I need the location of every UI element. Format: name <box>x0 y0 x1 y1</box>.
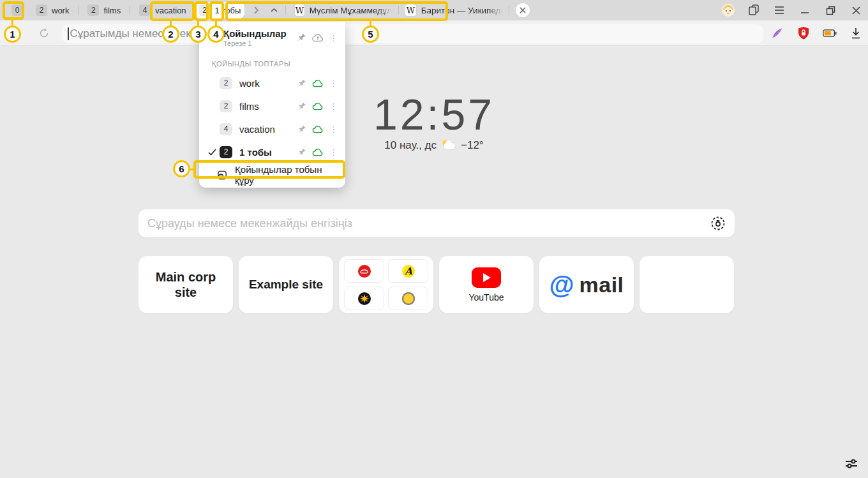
tile-example-site[interactable]: Example site <box>239 256 333 313</box>
tab-count-badge: 2 <box>199 4 211 16</box>
avatar-icon <box>721 3 735 17</box>
letter-a-icon: A <box>401 264 415 278</box>
search-bar[interactable] <box>138 209 735 237</box>
clock: 12:57 <box>0 89 868 139</box>
wikipedia-favicon: W <box>295 4 304 16</box>
tab-list-dropdown-button[interactable] <box>267 2 280 19</box>
annotation-circle-1: 1 <box>4 26 21 43</box>
kebab-menu-icon[interactable]: ⋮ <box>329 125 338 133</box>
kebab-menu-icon[interactable]: ⋮ <box>329 102 338 110</box>
annotation-circle-5: 5 <box>362 26 379 43</box>
tab-title: Мүслім Мұхаммедұлы Ма <box>310 6 393 15</box>
tab-group-label: 1 тобы <box>215 6 241 15</box>
dropdown-title: Қойындылар <box>223 28 297 39</box>
restore-button[interactable] <box>823 3 837 17</box>
background-settings-button[interactable] <box>844 456 859 472</box>
tab-bar: 0 2 work 2 films 4 vacation 2 1 тобы W <box>0 0 868 20</box>
annotation-circle-2: 2 <box>162 26 179 43</box>
cloud-sync-icon[interactable] <box>312 148 324 156</box>
tune-sliders-icon <box>844 457 858 471</box>
cloud-sync-icon[interactable] <box>312 102 324 110</box>
pin-icon[interactable] <box>297 33 306 42</box>
kebab-menu-icon[interactable]: ⋮ <box>329 148 338 156</box>
youtube-play-icon <box>472 267 501 288</box>
svg-text:A: A <box>404 265 413 277</box>
image-search-camera-icon[interactable] <box>710 216 726 231</box>
cloud-sync-icon[interactable] <box>312 79 324 87</box>
downloads-button[interactable] <box>849 26 863 40</box>
dropdown-group-work[interactable]: 2 work ⋮ <box>199 71 345 94</box>
close-window-button[interactable] <box>849 3 863 17</box>
divider <box>78 6 79 15</box>
checkmark-icon <box>208 149 220 156</box>
tab-count-badge: 2 <box>87 4 99 16</box>
close-tab-button[interactable] <box>516 3 530 17</box>
weather-widget[interactable]: 10 нау., дс −12° <box>0 139 868 152</box>
tile-mail[interactable]: @ mail <box>539 256 634 313</box>
minimize-button[interactable] <box>798 3 812 17</box>
create-tab-group-button[interactable]: Қойындылар тобын құру <box>199 165 345 185</box>
divider <box>509 6 509 15</box>
sun-cloud-icon <box>441 140 456 151</box>
search-input[interactable] <box>147 217 710 230</box>
profile-avatar[interactable] <box>721 3 735 17</box>
kinopoisk-shortcut[interactable] <box>344 287 384 310</box>
tab-count-badge: 4 <box>139 4 151 16</box>
tab-groups-scroll-button[interactable] <box>250 2 262 19</box>
tab-count-badge: 0 <box>11 4 23 16</box>
pin-icon[interactable] <box>298 79 306 87</box>
yellow-circle-icon <box>401 292 415 306</box>
tile-favorites-group[interactable]: A <box>339 256 433 313</box>
browser-controls <box>721 0 863 20</box>
download-icon <box>851 27 861 39</box>
pin-icon[interactable] <box>298 125 306 133</box>
protect-shield-button[interactable] <box>797 26 811 40</box>
tile-main-corp-site[interactable]: Main corp site <box>138 256 233 313</box>
dropdown-subtitle: Терезе 1 <box>223 40 297 47</box>
battery-icon <box>823 29 837 38</box>
kebab-menu-icon[interactable]: ⋮ <box>329 34 338 42</box>
tab-group-chip-films[interactable]: 2 films <box>84 2 124 19</box>
new-group-icon <box>217 170 227 181</box>
menu-button[interactable] <box>772 3 786 17</box>
tab-count-badge: 2 <box>220 146 232 158</box>
reload-button[interactable] <box>37 26 51 40</box>
mail-logo: @ mail <box>549 272 624 297</box>
pin-icon[interactable] <box>298 148 306 156</box>
annotation-circle-6: 6 <box>173 160 190 177</box>
hamburger-menu-icon <box>774 6 784 15</box>
afisha-shortcut[interactable]: A <box>388 259 428 283</box>
cloud-upload-icon[interactable] <box>312 33 324 42</box>
car-site-shortcut[interactable] <box>344 259 384 283</box>
pin-icon[interactable] <box>298 102 306 110</box>
dropdown-group-vacation[interactable]: 4 vacation ⋮ <box>199 117 345 140</box>
tab-group-chip-ungrouped[interactable]: 0 <box>8 2 27 19</box>
close-icon <box>852 6 860 15</box>
dropdown-group-films[interactable]: 2 films ⋮ <box>199 94 345 117</box>
tab-muslim-wikipedia[interactable]: W Мүслім Мұхаммедұлы Ма <box>288 0 398 20</box>
tab-group-chip-vacation[interactable]: 4 vacation <box>135 2 190 19</box>
address-bar-extensions <box>770 20 863 46</box>
feather-extension-button[interactable] <box>770 26 784 40</box>
tile-empty[interactable] <box>640 256 734 313</box>
dropdown-group-active[interactable]: 2 1 тобы ⋮ <box>199 140 345 163</box>
tab-group-label: films <box>103 6 121 15</box>
group-label: 1 тобы <box>239 147 298 158</box>
tab-group-chip-active[interactable]: 2 1 тобы <box>195 2 245 19</box>
kebab-menu-icon[interactable]: ⋮ <box>329 79 338 87</box>
tile-youtube[interactable]: YouTube <box>439 256 534 313</box>
tab-count-badge: 4 <box>220 123 232 135</box>
side-panels-button[interactable] <box>747 3 761 17</box>
feather-icon <box>771 27 784 40</box>
shortcut-tiles: Main corp site Example site A <box>138 256 735 313</box>
battery-saver-button[interactable] <box>823 26 837 40</box>
at-sign-icon: @ <box>549 272 574 297</box>
group-label: work <box>239 78 298 89</box>
wikipedia-favicon: W <box>405 4 415 16</box>
cloud-sync-icon[interactable] <box>312 125 324 133</box>
yellow-blob-shortcut[interactable] <box>388 287 428 310</box>
weather-date: 10 нау., дс <box>384 139 437 152</box>
tab-bariton-wikipedia[interactable]: W Баритон — Уикипедия <box>399 0 509 20</box>
tab-group-chip-work[interactable]: 2 work <box>32 2 73 19</box>
annotation-circle-3: 3 <box>190 26 207 43</box>
